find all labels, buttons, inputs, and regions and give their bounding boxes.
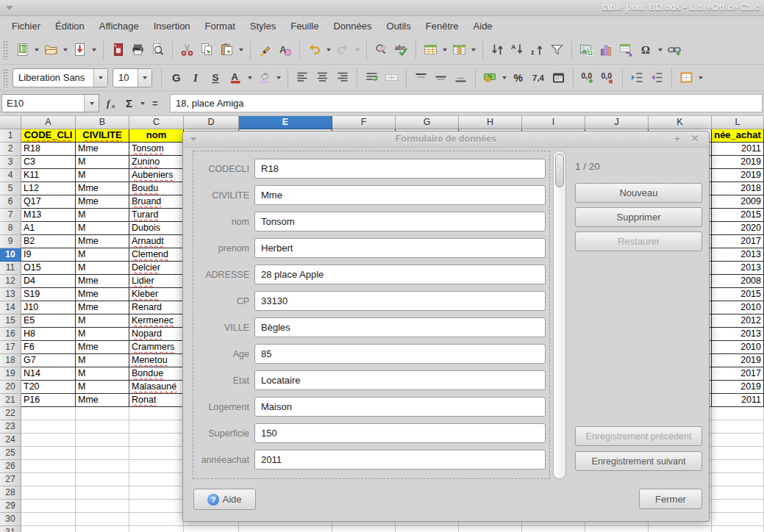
row-header-25[interactable]: 25 <box>0 447 21 460</box>
cell-L1[interactable]: née_achat <box>712 129 764 143</box>
columns-dropdown-icon[interactable] <box>469 39 478 61</box>
merge-cells-button[interactable] <box>382 67 401 89</box>
highlight-color-dropdown-icon[interactable] <box>274 67 283 89</box>
sort-ascending-button[interactable]: A <box>507 39 527 61</box>
field-input-CIVILITE[interactable] <box>254 185 546 205</box>
cell-B7[interactable]: M <box>76 209 129 222</box>
field-input-Logement[interactable] <box>254 397 546 417</box>
cell-A18[interactable]: G7 <box>21 354 76 367</box>
cell-A17[interactable]: F6 <box>21 341 76 354</box>
redo-button[interactable] <box>333 39 353 61</box>
cell-L19[interactable]: 2017 <box>712 367 764 381</box>
cell-L21[interactable]: 2011 <box>712 394 764 407</box>
cell-C9[interactable]: Arnaudt <box>129 235 184 248</box>
previous-record-button[interactable]: Enregistrement précédent <box>575 426 702 446</box>
open-button[interactable] <box>41 39 61 61</box>
toolbar-grip[interactable] <box>3 40 8 60</box>
dialog-titlebar[interactable]: Formulaire de données + ✕ <box>183 132 709 148</box>
cell-A8[interactable]: A1 <box>21 222 76 235</box>
cell-B18[interactable]: M <box>76 354 129 367</box>
row-header-18[interactable]: 18 <box>0 354 21 367</box>
column-header-C[interactable]: C <box>129 116 184 129</box>
center-vertically-button[interactable] <box>431 67 451 89</box>
field-input-CODECLI[interactable] <box>254 159 546 179</box>
row-header-2[interactable]: 2 <box>0 143 21 156</box>
delete-decimal-button[interactable]: 0,0 <box>598 67 618 89</box>
copy-button[interactable] <box>197 39 217 61</box>
row-header-13[interactable]: 13 <box>0 288 21 301</box>
cell-A12[interactable]: D4 <box>21 275 76 288</box>
cell-C12[interactable]: Lidier <box>129 275 184 288</box>
cell-B23[interactable] <box>76 420 129 434</box>
cell-L24[interactable] <box>712 434 764 447</box>
cell-B8[interactable]: M <box>76 222 129 235</box>
decrease-indent-button[interactable] <box>647 67 667 89</box>
cell-C8[interactable]: Dubois <box>129 222 184 235</box>
cell-B28[interactable] <box>76 486 129 500</box>
cell-A11[interactable]: O15 <box>21 262 76 275</box>
column-header-J[interactable]: J <box>585 116 649 129</box>
cell-C6[interactable]: Bruand <box>129 195 184 209</box>
row-header-22[interactable]: 22 <box>0 407 21 420</box>
cell-A27[interactable] <box>21 473 76 486</box>
column-header-G[interactable]: G <box>396 116 459 129</box>
row-header-14[interactable]: 14 <box>0 301 21 314</box>
field-input-CP[interactable] <box>254 291 546 311</box>
align-right-button[interactable] <box>332 67 352 89</box>
cell-C5[interactable]: Boudu <box>129 182 184 195</box>
cell-A16[interactable]: H8 <box>21 328 76 341</box>
cell-C13[interactable]: Kleber <box>129 288 184 301</box>
autofilter-button[interactable] <box>547 39 567 61</box>
menu-feuille[interactable]: Feuille <box>283 18 326 35</box>
add-decimal-button[interactable]: 0,0 <box>578 67 598 89</box>
font-name-combo[interactable]: Liberation Sans <box>13 68 108 87</box>
undo-dropdown-icon[interactable] <box>324 39 333 61</box>
rows-dropdown-icon[interactable] <box>440 39 449 61</box>
field-input-Age[interactable] <box>254 344 546 364</box>
font-size-combo[interactable]: 10 <box>113 68 152 87</box>
field-input-ADRESSE[interactable] <box>254 265 546 284</box>
cell-C14[interactable]: Renard <box>129 301 184 314</box>
cell-B25[interactable] <box>76 447 129 460</box>
currency-button[interactable] <box>480 67 500 89</box>
aide-button[interactable]: ? Aide <box>193 489 256 510</box>
cell-A23[interactable] <box>21 420 76 434</box>
restaurer-button[interactable]: Restaurer <box>575 231 702 251</box>
special-character-button[interactable]: Ω <box>636 39 656 61</box>
cell-L23[interactable] <box>712 420 764 434</box>
field-input-prenom[interactable] <box>254 238 546 258</box>
sort-button[interactable] <box>488 39 507 61</box>
cell-A20[interactable]: T20 <box>21 381 76 394</box>
cell-A13[interactable]: S19 <box>21 288 76 301</box>
borders-dropdown-icon[interactable] <box>696 67 705 89</box>
cell-L6[interactable]: 2009 <box>712 195 764 209</box>
field-input-VILLE[interactable] <box>254 317 546 337</box>
cell-C2[interactable]: Tonsom <box>129 143 184 156</box>
row-header-9[interactable]: 9 <box>0 235 21 248</box>
highlight-color-button[interactable] <box>254 67 274 89</box>
align-center-button[interactable] <box>313 67 332 89</box>
fermer-button[interactable]: Fermer <box>639 489 702 509</box>
cell-C25[interactable] <box>129 447 184 460</box>
cell-C24[interactable] <box>129 434 184 447</box>
find-replace-button[interactable] <box>371 39 391 61</box>
cell-A25[interactable] <box>21 447 76 460</box>
cell-A10[interactable]: I9 <box>21 248 76 262</box>
number-format-button[interactable]: 7,4 <box>529 67 549 89</box>
cell-B6[interactable]: Mme <box>76 195 129 209</box>
cell-B13[interactable]: Mme <box>76 288 129 301</box>
cell-E31[interactable] <box>239 526 332 532</box>
dialog-scrollbar-thumb[interactable] <box>555 154 564 187</box>
column-header-K[interactable]: K <box>649 116 712 129</box>
dialog-maximize-icon[interactable]: + <box>671 132 684 147</box>
cell-J31[interactable] <box>585 526 649 532</box>
cell-A1[interactable]: CODE_CLI <box>21 129 76 143</box>
menu-styles[interactable]: Styles <box>243 18 283 35</box>
currency-dropdown-icon[interactable] <box>500 67 509 89</box>
cell-C17[interactable]: Crammers <box>129 341 184 354</box>
cell-A2[interactable]: R18 <box>21 143 76 156</box>
insert-hyperlink-button[interactable] <box>665 39 685 61</box>
row-header-12[interactable]: 12 <box>0 275 21 288</box>
font-name-dropdown-icon[interactable] <box>93 69 107 87</box>
cell-L15[interactable]: 2012 <box>712 314 764 328</box>
